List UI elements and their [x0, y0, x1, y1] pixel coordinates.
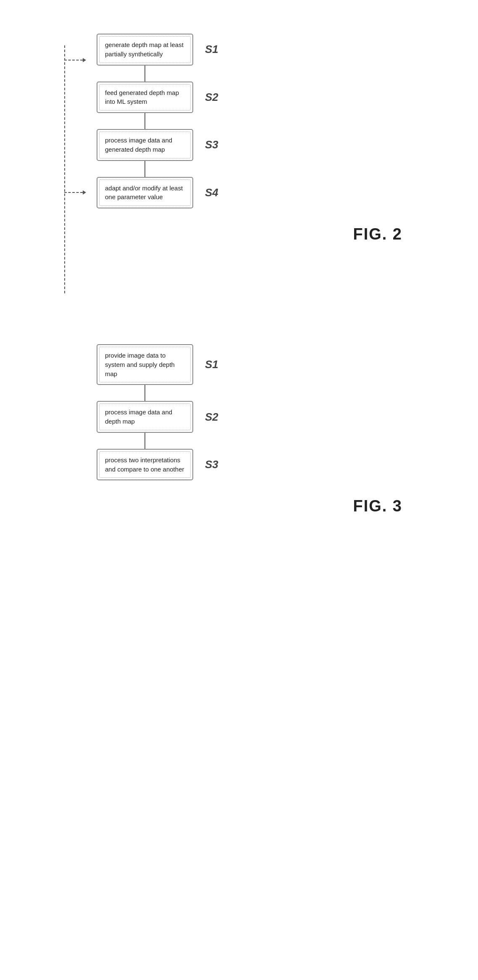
entry-arrow-s1 [64, 58, 86, 62]
entry-arrow-s4 [64, 190, 86, 195]
section-spacer [0, 269, 478, 319]
fig2-text-s1: generate depth map at least partially sy… [105, 41, 184, 58]
fig2-text-s3: process image data and generated depth m… [105, 137, 172, 153]
fig3-connector-s1-s2 [97, 385, 478, 401]
fig2-box-s1: generate depth map at least partially sy… [97, 34, 193, 66]
fig3-step-s2-row: process image data and depth map S2 [97, 401, 478, 433]
fig3-v-line-s2-s3 [144, 433, 145, 449]
fig3-title: FIG. 3 [0, 497, 402, 515]
v-line-s3-s4 [144, 161, 145, 177]
connector-s1-s2 [97, 66, 478, 82]
fig2-label-s3: S3 [205, 138, 218, 151]
fig2-step-s3-row: process image data and generated depth m… [97, 129, 478, 161]
fig3-box-s3: process two interpretations and compare … [97, 449, 193, 481]
fig3-section: provide image data to system and supply … [0, 319, 478, 540]
fig3-connector-s2-s3 [97, 433, 478, 449]
fig2-box-s2: feed generated depth map into ML system [97, 82, 193, 113]
fig3-label-s3: S3 [205, 458, 218, 471]
left-rail-fig2 [64, 45, 65, 293]
connector-s3-s4 [97, 161, 478, 177]
fig2-box-s4: adapt and/or modify at least one paramet… [97, 177, 193, 209]
fig3-label-s1: S1 [205, 358, 218, 371]
fig2-label-s2: S2 [205, 91, 218, 104]
fig2-section: generate depth map at least partially sy… [0, 8, 478, 269]
fig3-text-s1: provide image data to system and supply … [105, 352, 175, 377]
v-line-s1-s2 [144, 66, 145, 82]
fig3-box-s2: process image data and depth map [97, 401, 193, 433]
arrowhead-s4 [83, 190, 86, 195]
fig3-box-s1: provide image data to system and supply … [97, 344, 193, 385]
fig2-step-s1-row: generate depth map at least partially sy… [97, 34, 478, 66]
fig3-v-line-s1-s2 [144, 385, 145, 401]
fig3-text-s3: process two interpretations and compare … [105, 456, 184, 473]
fig2-title: FIG. 2 [0, 225, 402, 243]
v-line-s2-s3 [144, 113, 145, 129]
arrowhead-s1 [83, 58, 86, 62]
fig3-step-s1-row: provide image data to system and supply … [97, 344, 478, 385]
fig2-text-s4: adapt and/or modify at least one paramet… [105, 184, 183, 201]
page: generate depth map at least partially sy… [0, 0, 478, 549]
fig3-step-s3-row: process two interpretations and compare … [97, 449, 478, 481]
fig2-box-s3: process image data and generated depth m… [97, 129, 193, 161]
fig3-text-s2: process image data and depth map [105, 408, 172, 425]
fig3-label-s2: S2 [205, 411, 218, 424]
fig2-text-s2: feed generated depth map into ML system [105, 89, 179, 105]
fig2-step-s2-row: feed generated depth map into ML system … [97, 82, 478, 113]
fig2-label-s1: S1 [205, 43, 218, 56]
fig2-label-s4: S4 [205, 186, 218, 199]
fig2-step-s4-row: adapt and/or modify at least one paramet… [97, 177, 478, 209]
connector-s2-s3 [97, 113, 478, 129]
